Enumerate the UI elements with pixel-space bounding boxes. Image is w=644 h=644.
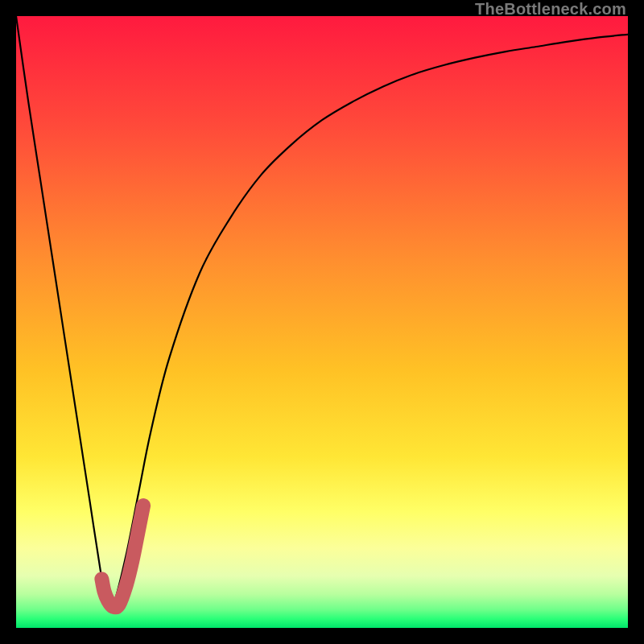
gradient-background bbox=[16, 16, 628, 628]
chart-svg bbox=[16, 16, 628, 628]
plot-area bbox=[16, 16, 628, 628]
watermark-text: TheBottleneck.com bbox=[475, 0, 626, 19]
chart-frame: TheBottleneck.com bbox=[0, 0, 644, 644]
